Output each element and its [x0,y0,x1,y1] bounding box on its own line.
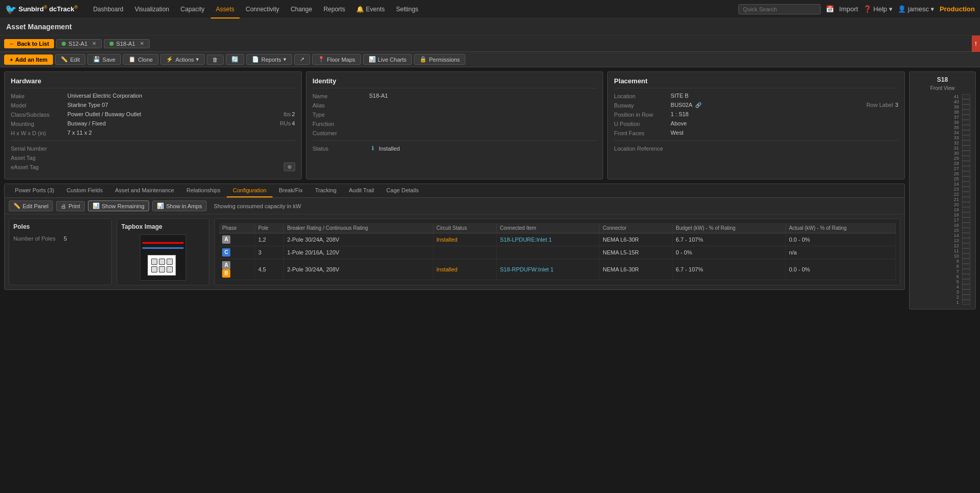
panel-slot-1 [962,300,970,305]
panel-slot-22 [962,192,970,197]
panel-label-26: 26 [954,171,960,176]
col-pole: Pole [255,223,284,233]
print-button[interactable]: 🖨 Print [56,201,85,211]
edit-panel-button[interactable]: ✏️ Edit Panel [9,200,53,211]
panel-label-16: 16 [954,223,960,228]
dimensions-value: 7 x 11 x 2 [67,130,295,136]
chevron-down-icon-2: ▾ [283,56,286,63]
asset-tag-row: Asset Tag [11,154,295,161]
easset-button[interactable]: ⊕ [284,162,295,171]
circuit-table: Phase Pole Breaker Rating / Continuous R… [219,223,896,280]
nav-events[interactable]: 🔔 Events [351,0,390,19]
panel-slot-9 [962,259,970,264]
permissions-button[interactable]: 🔒 Permissions [414,54,465,65]
outlet-6 [167,266,173,272]
tab-audit-trail[interactable]: Audit Trail [342,184,380,197]
tab-bar-container: ← Back to List S12-A1 ✕ S18-A1 ✕ ! [0,35,980,52]
search-input[interactable] [738,4,821,14]
show-remaining-button[interactable]: 📊 Show Remaining [88,200,149,211]
actions-button[interactable]: ⚡ Actions ▾ [160,54,205,65]
asset-tab-s12a1[interactable]: S12-A1 ✕ [56,39,102,48]
nav-settings[interactable]: Settings [391,0,423,19]
nav-connectivity[interactable]: Connectivity [241,0,284,19]
page-header: Asset Management [0,19,980,35]
show-in-amps-button[interactable]: 📊 Show in Amps [152,200,207,211]
tab-configuration[interactable]: Configuration [227,184,273,197]
tab-status-dot [62,42,66,46]
chart-icon: 📊 [369,56,376,63]
cell-connected-1 [497,246,600,259]
tab-close-icon-2[interactable]: ✕ [140,41,144,46]
save-button[interactable]: 💾 Save [87,54,121,65]
front-faces-row: Front Faces West [614,130,898,136]
tab-close-icon[interactable]: ✕ [92,41,96,46]
status-label: Status [313,145,369,152]
nav-change[interactable]: Change [285,0,317,19]
poles-number-value: 5 [64,235,67,242]
divider-1 [11,140,295,141]
add-item-button[interactable]: + Add an Item [4,54,53,65]
nav-assets[interactable]: Assets [211,0,240,19]
refresh-button[interactable]: 🔄 [226,54,244,65]
user-button[interactable]: 👤 jamesc ▾ [898,5,934,13]
tab-power-ports[interactable]: Power Ports (3) [9,184,60,197]
tab-custom-fields[interactable]: Custom Fields [60,184,108,197]
tab-break-fix[interactable]: Break/Fix [273,184,308,197]
edit-button[interactable]: ✏️ Edit [55,54,85,65]
outlet-1 [151,259,157,265]
nav-reports[interactable]: Reports [318,0,350,19]
panel-slot-6 [962,274,970,279]
reports-button[interactable]: 📄 Reports ▾ [246,54,292,65]
live-charts-button[interactable]: 📊 Live Charts [363,54,412,65]
bolt-icon: ⚡ [166,56,173,63]
back-to-list-button[interactable]: ← Back to List [4,39,54,48]
tab-status-dot-2 [110,42,114,46]
tab-tracking[interactable]: Tracking [309,184,343,197]
panel-label-39: 39 [954,104,960,109]
panel-label-28: 28 [954,161,960,166]
busway-row: Busway BUS02A 🔗 Row Label 3 [614,102,898,108]
col-phase: Phase [219,223,255,233]
asset-tab-s18a1[interactable]: S18-A1 ✕ [104,39,150,48]
panel-slot-36 [962,120,970,125]
panel-slot-20 [962,202,970,207]
tab-cage-details[interactable]: Cage Details [380,184,425,197]
status-info-icon[interactable]: ℹ [372,145,374,152]
identity-divider [313,140,597,141]
col-actual: Actual (kW) - % of Rating [786,223,896,233]
main-content: Hardware Make Universal Electric Corpora… [0,67,980,314]
import-button[interactable]: Import [839,5,858,13]
serial-row: Serial Number [11,145,295,152]
clone-button[interactable]: 📋 Clone [123,54,158,65]
nav-capacity[interactable]: Capacity [175,0,210,19]
panel-slot-15 [962,228,970,233]
panel-slot-32 [962,140,970,145]
floor-maps-button[interactable]: 📍 Floor Maps [312,54,361,65]
front-faces-value: West [670,130,898,136]
tapbox-diagram [142,237,184,278]
serial-label: Serial Number [11,145,67,152]
panel-column: S18 Front View 4140393837363534333231302… [909,71,976,309]
external-link-icon[interactable]: 🔗 [695,102,701,108]
panel-slot-40 [962,99,970,104]
panel-label-5: 5 [956,279,960,284]
nav-dashboard[interactable]: Dashboard [88,0,129,19]
chevron-down-icon: ▾ [196,56,199,63]
cell-connected-2: S18-RPDUFW:Inlet 1 [497,259,600,280]
nav-visualization[interactable]: Visualization [130,0,174,19]
delete-button[interactable]: 🗑 [207,54,224,65]
edit-icon: ✏️ [61,56,68,63]
tab-relationships[interactable]: Relationships [180,184,227,197]
poles-number-label: Number of Poles [13,235,56,242]
cell-connected-0: S18-LPDURE:Inlet 1 [497,233,600,246]
model-value: Starline Type 07 [67,102,295,108]
outlet-2 [159,259,165,265]
rus-label: RUs [280,120,291,126]
help-button[interactable]: ❓ Help ▾ [863,5,893,13]
panel-label-20: 20 [954,202,960,207]
share-button[interactable]: ↗ [294,54,310,65]
tab-asset-maintenance[interactable]: Asset and Maintenance [109,184,180,197]
calendar-icon[interactable]: 📅 [826,5,834,13]
position-label: Position in Row [614,111,670,118]
panel-slot-21 [962,197,970,202]
